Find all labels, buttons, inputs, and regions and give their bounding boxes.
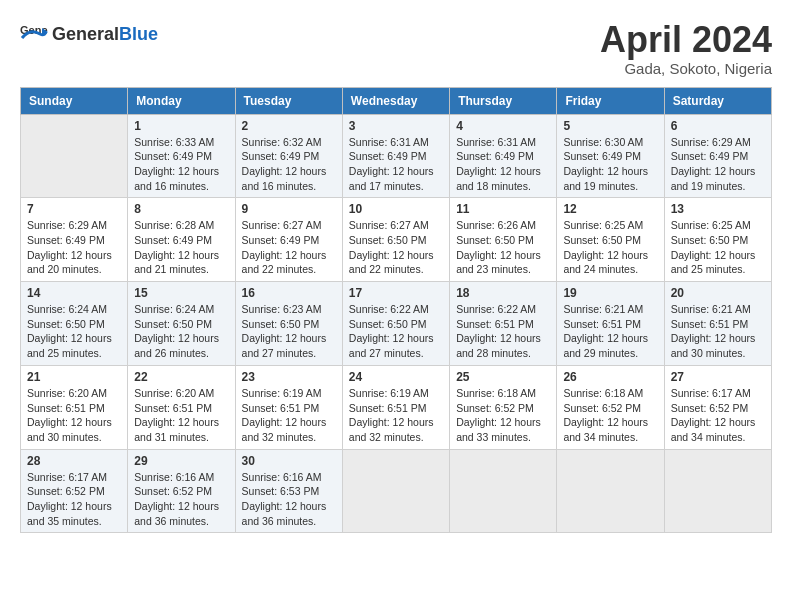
day-number: 17 bbox=[349, 286, 443, 300]
calendar-week-row: 21Sunrise: 6:20 AM Sunset: 6:51 PM Dayli… bbox=[21, 365, 772, 449]
calendar-day-cell bbox=[21, 114, 128, 198]
calendar-day-cell: 2Sunrise: 6:32 AM Sunset: 6:49 PM Daylig… bbox=[235, 114, 342, 198]
day-info: Sunrise: 6:19 AM Sunset: 6:51 PM Dayligh… bbox=[242, 386, 336, 445]
day-info: Sunrise: 6:33 AM Sunset: 6:49 PM Dayligh… bbox=[134, 135, 228, 194]
title-section: April 2024 Gada, Sokoto, Nigeria bbox=[600, 20, 772, 77]
day-info: Sunrise: 6:20 AM Sunset: 6:51 PM Dayligh… bbox=[27, 386, 121, 445]
calendar-day-cell: 5Sunrise: 6:30 AM Sunset: 6:49 PM Daylig… bbox=[557, 114, 664, 198]
calendar-day-cell: 25Sunrise: 6:18 AM Sunset: 6:52 PM Dayli… bbox=[450, 365, 557, 449]
day-number: 22 bbox=[134, 370, 228, 384]
day-number: 21 bbox=[27, 370, 121, 384]
day-number: 4 bbox=[456, 119, 550, 133]
calendar-day-cell: 27Sunrise: 6:17 AM Sunset: 6:52 PM Dayli… bbox=[664, 365, 771, 449]
day-number: 11 bbox=[456, 202, 550, 216]
calendar-day-cell: 29Sunrise: 6:16 AM Sunset: 6:52 PM Dayli… bbox=[128, 449, 235, 533]
day-info: Sunrise: 6:27 AM Sunset: 6:49 PM Dayligh… bbox=[242, 218, 336, 277]
day-info: Sunrise: 6:29 AM Sunset: 6:49 PM Dayligh… bbox=[671, 135, 765, 194]
day-info: Sunrise: 6:17 AM Sunset: 6:52 PM Dayligh… bbox=[27, 470, 121, 529]
calendar-day-cell: 12Sunrise: 6:25 AM Sunset: 6:50 PM Dayli… bbox=[557, 198, 664, 282]
calendar-day-cell: 26Sunrise: 6:18 AM Sunset: 6:52 PM Dayli… bbox=[557, 365, 664, 449]
day-info: Sunrise: 6:32 AM Sunset: 6:49 PM Dayligh… bbox=[242, 135, 336, 194]
weekday-header: Sunday bbox=[21, 87, 128, 114]
day-number: 23 bbox=[242, 370, 336, 384]
calendar-day-cell: 19Sunrise: 6:21 AM Sunset: 6:51 PM Dayli… bbox=[557, 282, 664, 366]
calendar-week-row: 28Sunrise: 6:17 AM Sunset: 6:52 PM Dayli… bbox=[21, 449, 772, 533]
calendar-day-cell: 22Sunrise: 6:20 AM Sunset: 6:51 PM Dayli… bbox=[128, 365, 235, 449]
day-number: 2 bbox=[242, 119, 336, 133]
day-info: Sunrise: 6:31 AM Sunset: 6:49 PM Dayligh… bbox=[456, 135, 550, 194]
weekday-header: Wednesday bbox=[342, 87, 449, 114]
calendar-day-cell: 8Sunrise: 6:28 AM Sunset: 6:49 PM Daylig… bbox=[128, 198, 235, 282]
day-number: 29 bbox=[134, 454, 228, 468]
calendar-day-cell bbox=[342, 449, 449, 533]
day-info: Sunrise: 6:30 AM Sunset: 6:49 PM Dayligh… bbox=[563, 135, 657, 194]
day-number: 10 bbox=[349, 202, 443, 216]
day-number: 5 bbox=[563, 119, 657, 133]
calendar-day-cell: 30Sunrise: 6:16 AM Sunset: 6:53 PM Dayli… bbox=[235, 449, 342, 533]
day-number: 25 bbox=[456, 370, 550, 384]
day-number: 26 bbox=[563, 370, 657, 384]
day-info: Sunrise: 6:29 AM Sunset: 6:49 PM Dayligh… bbox=[27, 218, 121, 277]
calendar-day-cell: 20Sunrise: 6:21 AM Sunset: 6:51 PM Dayli… bbox=[664, 282, 771, 366]
day-number: 15 bbox=[134, 286, 228, 300]
day-number: 30 bbox=[242, 454, 336, 468]
calendar-day-cell: 18Sunrise: 6:22 AM Sunset: 6:51 PM Dayli… bbox=[450, 282, 557, 366]
day-number: 6 bbox=[671, 119, 765, 133]
weekday-header: Tuesday bbox=[235, 87, 342, 114]
day-number: 9 bbox=[242, 202, 336, 216]
calendar-day-cell: 15Sunrise: 6:24 AM Sunset: 6:50 PM Dayli… bbox=[128, 282, 235, 366]
day-info: Sunrise: 6:21 AM Sunset: 6:51 PM Dayligh… bbox=[671, 302, 765, 361]
day-info: Sunrise: 6:24 AM Sunset: 6:50 PM Dayligh… bbox=[134, 302, 228, 361]
day-number: 28 bbox=[27, 454, 121, 468]
day-number: 20 bbox=[671, 286, 765, 300]
day-info: Sunrise: 6:22 AM Sunset: 6:50 PM Dayligh… bbox=[349, 302, 443, 361]
weekday-header: Monday bbox=[128, 87, 235, 114]
calendar-week-row: 1Sunrise: 6:33 AM Sunset: 6:49 PM Daylig… bbox=[21, 114, 772, 198]
calendar-day-cell: 21Sunrise: 6:20 AM Sunset: 6:51 PM Dayli… bbox=[21, 365, 128, 449]
calendar-day-cell: 13Sunrise: 6:25 AM Sunset: 6:50 PM Dayli… bbox=[664, 198, 771, 282]
day-number: 7 bbox=[27, 202, 121, 216]
day-number: 8 bbox=[134, 202, 228, 216]
calendar-header-row: SundayMondayTuesdayWednesdayThursdayFrid… bbox=[21, 87, 772, 114]
logo-text-general: General bbox=[52, 24, 119, 45]
calendar-day-cell: 9Sunrise: 6:27 AM Sunset: 6:49 PM Daylig… bbox=[235, 198, 342, 282]
day-info: Sunrise: 6:24 AM Sunset: 6:50 PM Dayligh… bbox=[27, 302, 121, 361]
day-info: Sunrise: 6:22 AM Sunset: 6:51 PM Dayligh… bbox=[456, 302, 550, 361]
calendar-day-cell bbox=[664, 449, 771, 533]
calendar-day-cell: 16Sunrise: 6:23 AM Sunset: 6:50 PM Dayli… bbox=[235, 282, 342, 366]
day-info: Sunrise: 6:26 AM Sunset: 6:50 PM Dayligh… bbox=[456, 218, 550, 277]
day-info: Sunrise: 6:17 AM Sunset: 6:52 PM Dayligh… bbox=[671, 386, 765, 445]
day-info: Sunrise: 6:18 AM Sunset: 6:52 PM Dayligh… bbox=[456, 386, 550, 445]
calendar-day-cell: 4Sunrise: 6:31 AM Sunset: 6:49 PM Daylig… bbox=[450, 114, 557, 198]
calendar-day-cell: 6Sunrise: 6:29 AM Sunset: 6:49 PM Daylig… bbox=[664, 114, 771, 198]
calendar-day-cell: 23Sunrise: 6:19 AM Sunset: 6:51 PM Dayli… bbox=[235, 365, 342, 449]
page-header: General GeneralBlue April 2024 Gada, Sok… bbox=[20, 20, 772, 77]
day-number: 12 bbox=[563, 202, 657, 216]
day-info: Sunrise: 6:25 AM Sunset: 6:50 PM Dayligh… bbox=[671, 218, 765, 277]
calendar-week-row: 7Sunrise: 6:29 AM Sunset: 6:49 PM Daylig… bbox=[21, 198, 772, 282]
calendar-week-row: 14Sunrise: 6:24 AM Sunset: 6:50 PM Dayli… bbox=[21, 282, 772, 366]
day-info: Sunrise: 6:20 AM Sunset: 6:51 PM Dayligh… bbox=[134, 386, 228, 445]
calendar-day-cell: 7Sunrise: 6:29 AM Sunset: 6:49 PM Daylig… bbox=[21, 198, 128, 282]
logo: General GeneralBlue bbox=[20, 20, 158, 48]
calendar-day-cell: 14Sunrise: 6:24 AM Sunset: 6:50 PM Dayli… bbox=[21, 282, 128, 366]
day-number: 1 bbox=[134, 119, 228, 133]
calendar-day-cell bbox=[450, 449, 557, 533]
day-info: Sunrise: 6:16 AM Sunset: 6:52 PM Dayligh… bbox=[134, 470, 228, 529]
calendar-day-cell: 1Sunrise: 6:33 AM Sunset: 6:49 PM Daylig… bbox=[128, 114, 235, 198]
calendar-day-cell bbox=[557, 449, 664, 533]
day-number: 27 bbox=[671, 370, 765, 384]
day-number: 14 bbox=[27, 286, 121, 300]
location: Gada, Sokoto, Nigeria bbox=[600, 60, 772, 77]
month-title: April 2024 bbox=[600, 20, 772, 60]
day-info: Sunrise: 6:27 AM Sunset: 6:50 PM Dayligh… bbox=[349, 218, 443, 277]
day-number: 13 bbox=[671, 202, 765, 216]
weekday-header: Friday bbox=[557, 87, 664, 114]
calendar-day-cell: 24Sunrise: 6:19 AM Sunset: 6:51 PM Dayli… bbox=[342, 365, 449, 449]
day-number: 3 bbox=[349, 119, 443, 133]
day-info: Sunrise: 6:18 AM Sunset: 6:52 PM Dayligh… bbox=[563, 386, 657, 445]
day-info: Sunrise: 6:31 AM Sunset: 6:49 PM Dayligh… bbox=[349, 135, 443, 194]
day-info: Sunrise: 6:23 AM Sunset: 6:50 PM Dayligh… bbox=[242, 302, 336, 361]
calendar-day-cell: 11Sunrise: 6:26 AM Sunset: 6:50 PM Dayli… bbox=[450, 198, 557, 282]
weekday-header: Saturday bbox=[664, 87, 771, 114]
